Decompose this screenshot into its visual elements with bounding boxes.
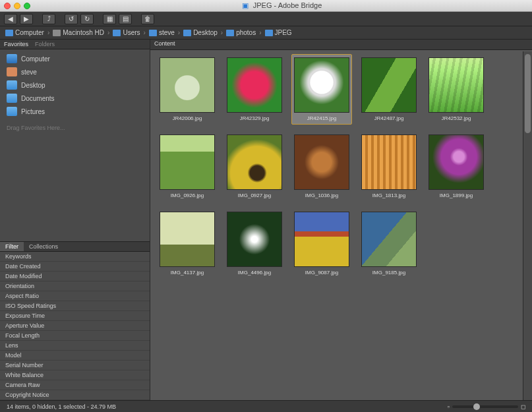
filter-row[interactable]: Lens [0, 341, 150, 351]
filter-row[interactable]: Date Modified [0, 272, 150, 281]
filter-row[interactable]: Copyright Notice [0, 390, 150, 400]
breadcrumb-item[interactable]: Users [111, 29, 141, 36]
favorite-label: steve [21, 69, 37, 76]
thumbnail-image[interactable] [160, 57, 215, 113]
image-art [295, 135, 349, 189]
thumbnail-label: JR42006.jpg [173, 115, 202, 121]
scrollbar-thumb[interactable] [525, 54, 531, 133]
thumbnail-image[interactable] [429, 134, 484, 190]
breadcrumb-item[interactable]: JPEG [264, 29, 293, 36]
filter-row[interactable]: Camera Raw [0, 380, 150, 390]
content-panel-tab[interactable]: Content [150, 40, 532, 50]
thumbnail-image[interactable] [361, 212, 417, 267]
thumbnail-image[interactable] [227, 212, 282, 267]
filter-row[interactable]: Exposure Time [0, 311, 150, 321]
refine-button[interactable]: ▤ [119, 14, 132, 24]
content-scrollbar[interactable] [523, 51, 532, 400]
thumbnail-grid[interactable]: JR42006.jpgJR42329.jpgJR42415.jpgJR42487… [157, 51, 529, 400]
thumbnail-label: JR42415.jpg [307, 115, 337, 121]
filter-row[interactable]: Aperture Value [0, 321, 150, 331]
thumbnail-image[interactable] [294, 212, 349, 267]
thumbnail[interactable]: IMG_0926.jpg [157, 131, 218, 202]
filter-row[interactable]: Keywords [0, 252, 150, 262]
slider-track[interactable] [452, 405, 518, 408]
thumbnail-image[interactable] [227, 134, 282, 190]
thumbnail-size-slider[interactable]: ▫ ◻ [448, 403, 525, 410]
thumbnail[interactable]: IMG_9087.jpg [291, 208, 352, 279]
content-panel: Content JR42006.jpgJR42329.jpgJR42415.jp… [150, 40, 532, 400]
breadcrumb-separator: › [144, 29, 146, 36]
filter-row[interactable]: Date Created [0, 262, 150, 272]
image-art [227, 212, 281, 266]
thumbnail[interactable]: IMG_4137.jpg [157, 208, 218, 279]
favorite-item[interactable]: steve [0, 65, 150, 78]
main-area: Favorites Folders ComputersteveDesktopDo… [0, 40, 532, 400]
thumbnail-label: IMG_1813.jpg [372, 192, 405, 198]
thumbnail[interactable]: JR42329.jpg [224, 54, 285, 125]
folder-icon [7, 107, 17, 116]
thumbnail[interactable]: IMG_1899.jpg [426, 131, 487, 202]
thumbnail[interactable]: JR42415.jpg [291, 54, 352, 125]
back-button[interactable]: ◀ [4, 14, 17, 24]
image-art [362, 135, 416, 189]
breadcrumb: Computer›Macintosh HD›Users›steve›Deskto… [0, 26, 532, 40]
thumbnail-image[interactable] [429, 57, 484, 113]
thumbnail[interactable]: JR42532.jpg [426, 54, 487, 125]
breadcrumb-item[interactable]: Desktop [182, 29, 219, 36]
filter-row[interactable]: Orientation [0, 281, 150, 291]
computer-icon [7, 54, 17, 63]
image-art [362, 212, 416, 266]
thumbnail-image[interactable] [361, 134, 417, 190]
collections-tab[interactable]: Collections [24, 242, 63, 251]
trash-button[interactable]: 🗑 [141, 14, 154, 24]
rotate-ccw-button[interactable]: ↺ [65, 14, 78, 24]
thumbnail-image[interactable] [294, 57, 349, 113]
thumbnail[interactable]: IMG_0927.jpg [224, 131, 285, 202]
minimize-window-button[interactable] [14, 3, 20, 9]
zoom-window-button[interactable] [24, 3, 30, 9]
filter-row[interactable]: Model [0, 351, 150, 361]
breadcrumb-label: Desktop [193, 29, 218, 36]
thumbnail[interactable]: IMG_4496.jpg [224, 208, 285, 279]
close-window-button[interactable] [4, 3, 11, 9]
thumbnail[interactable]: JR42006.jpg [157, 54, 218, 125]
thumbnail-image[interactable] [160, 212, 215, 267]
breadcrumb-item[interactable]: steve [148, 29, 176, 36]
rotate-cw-button[interactable]: ↻ [80, 14, 94, 24]
favorites-panel-tab[interactable]: Favorites Folders [0, 40, 150, 49]
favorite-item[interactable]: Desktop [0, 78, 150, 92]
thumbnail[interactable]: JR42487.jpg [359, 54, 419, 125]
filter-row[interactable]: Focal Length [0, 331, 150, 341]
folder-icon [183, 30, 191, 36]
breadcrumb-item[interactable]: Macintosh HD [51, 29, 105, 36]
toolbar: ◀ ▶ ⤴ ↺ ↻ ▦ ▤ 🗑 [0, 12, 532, 26]
thumbnail-image[interactable] [160, 134, 215, 190]
window-controls [4, 3, 30, 9]
folders-tab-label[interactable]: Folders [35, 41, 55, 47]
thumbnail-image[interactable] [361, 57, 417, 113]
breadcrumb-item[interactable]: Computer [4, 29, 45, 36]
folder-icon [7, 94, 17, 103]
slider-knob[interactable] [473, 403, 480, 410]
thumbnail[interactable]: IMG_1813.jpg [359, 131, 419, 202]
thumbnail-image[interactable] [227, 57, 282, 113]
breadcrumb-item[interactable]: photos [225, 29, 257, 36]
filter-row[interactable]: Aspect Ratio [0, 291, 150, 301]
thumbnail-label: JR42329.jpg [240, 115, 270, 121]
favorite-item[interactable]: Computer [0, 52, 150, 65]
filter-list: KeywordsDate CreatedDate ModifiedOrienta… [0, 252, 150, 400]
favorite-item[interactable]: Documents [0, 92, 150, 105]
thumbnail[interactable]: IMG_9185.jpg [359, 208, 419, 279]
filter-row[interactable]: Serial Number [0, 361, 150, 370]
thumbnail-image[interactable] [294, 134, 349, 190]
open-camera-button[interactable]: ▦ [103, 14, 116, 24]
thumbnail[interactable]: IMG_1036.jpg [291, 131, 352, 202]
document-icon: ▣ [242, 1, 249, 9]
filter-panel-tabs: Filter Collections [0, 242, 150, 252]
filter-row[interactable]: White Balance [0, 370, 150, 380]
favorite-item[interactable]: Pictures [0, 105, 150, 118]
filter-row[interactable]: ISO Speed Ratings [0, 301, 150, 311]
filter-tab[interactable]: Filter [0, 242, 24, 251]
reveal-button[interactable]: ⤴ [42, 14, 55, 24]
forward-button[interactable]: ▶ [20, 14, 33, 24]
